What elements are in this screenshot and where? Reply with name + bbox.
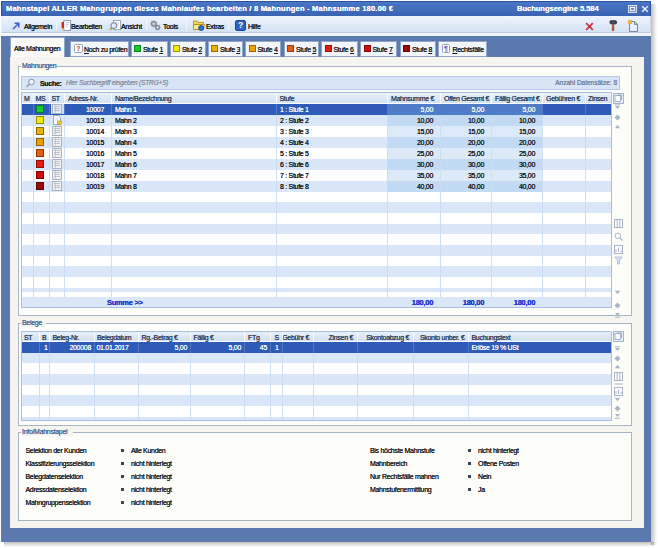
svg-text:¶: ¶ bbox=[444, 45, 448, 53]
svg-text:?: ? bbox=[76, 45, 80, 52]
svg-text:?: ? bbox=[238, 20, 243, 30]
